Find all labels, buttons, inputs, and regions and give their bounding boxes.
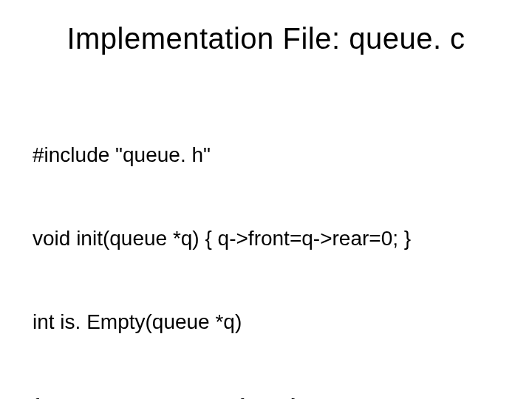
code-block: #include "queue. h" void init(queue *q) … (33, 85, 502, 399)
code-line: #include "queue. h" (33, 141, 502, 169)
slide-title: Implementation File: queue. c (30, 22, 502, 55)
slide: Implementation File: queue. c #include "… (0, 0, 532, 399)
code-line: int is. Empty(queue *q) (33, 308, 502, 336)
code-line: { return q->rear == q->front; } (33, 392, 502, 399)
code-line: void init(queue *q) { q->front=q->rear=0… (33, 225, 502, 253)
